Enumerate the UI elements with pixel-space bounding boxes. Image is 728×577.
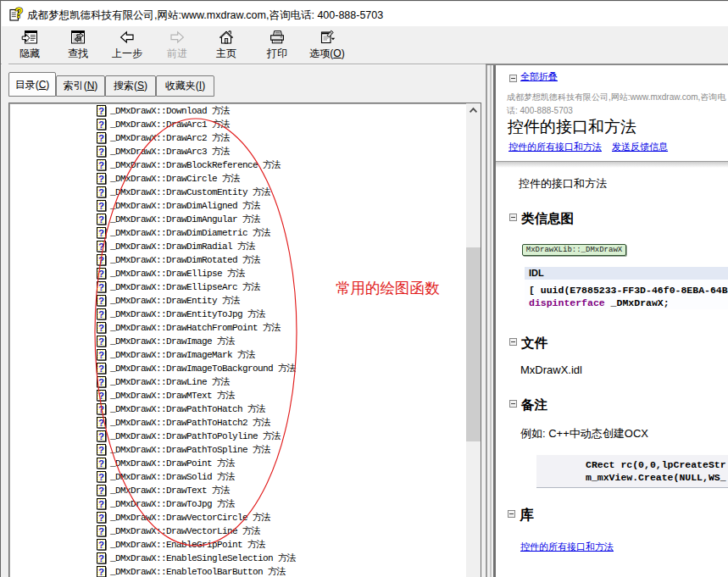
tree-item-label: _DMxDrawX::DrawEllipse 方法 <box>110 267 245 280</box>
forward-button: 前进 <box>149 28 205 64</box>
scrollbar-thumb[interactable] <box>466 247 481 441</box>
tree-item-label: _DMxDrawX::DrawEntity 方法 <box>110 294 240 308</box>
locate-button[interactable]: 查找 <box>50 28 106 64</box>
panel-splitter[interactable] <box>481 65 496 577</box>
tree-item[interactable]: _DMxDrawX::DrawPoint 方法 <box>9 457 467 470</box>
tree-item[interactable]: _DMxDrawX::DrawLine 方法 <box>9 375 467 389</box>
tree-item[interactable]: _DMxDrawX::DrawImageMark 方法 <box>9 348 467 362</box>
feedback-link[interactable]: 发送反馈信息 <box>612 141 668 152</box>
help-topic-icon <box>97 498 107 510</box>
tree-item[interactable]: _DMxDrawX::DrawEntity 方法 <box>9 294 467 308</box>
tree-item[interactable]: _DMxDrawX::DrawEllipse 方法 <box>9 267 467 280</box>
tree-item-label: _DMxDrawX::DrawImageMark 方法 <box>110 348 255 362</box>
tree-item-label: _DMxDrawX::DrawSolid 方法 <box>110 470 235 484</box>
scrollbar-up-icon[interactable] <box>466 103 481 118</box>
tree-item-label: _DMxDrawX::DrawToJpg 方法 <box>110 497 235 511</box>
tree-item[interactable]: _DMxDrawX::EnableSingleSelection 方法 <box>9 552 467 565</box>
help-topic-icon <box>97 132 107 144</box>
file-section-minus-icon[interactable] <box>509 338 517 346</box>
remarks-section-minus-icon[interactable] <box>509 400 517 408</box>
tree-item[interactable]: _DMxDrawX::DrawCustomEntity 方法 <box>9 186 467 199</box>
tree-item[interactable]: _DMxDrawX::DrawImageToBackground 方法 <box>9 362 467 375</box>
tree-item-label: _DMxDrawX::DrawVectorCircle 方法 <box>110 511 270 524</box>
idl-code-line1: [ uuid(E7885233-FF3D-46f0-8EBA-64BE <box>529 285 728 297</box>
tree-item-label: _DMxDrawX::DrawHatchFromPoint 方法 <box>110 321 281 335</box>
tree-item[interactable]: _DMxDrawX::EnableToolBarButton 方法 <box>9 565 467 577</box>
help-topic-icon <box>97 552 107 564</box>
tree-item-label: _DMxDrawX::EnableGripPoint 方法 <box>110 538 265 552</box>
tree-item[interactable]: _DMxDrawX::DrawDimRadial 方法 <box>9 240 467 253</box>
tree-item-label: _DMxDrawX::DrawPathToPolyline 方法 <box>110 430 281 443</box>
back-button[interactable]: 上一步 <box>99 28 155 64</box>
locate-icon <box>69 29 86 46</box>
print-button[interactable]: 打印 <box>249 28 305 64</box>
collapse-all-link[interactable]: 全部折叠 <box>520 70 558 83</box>
help-topic-icon <box>97 159 107 171</box>
tree-item[interactable]: _DMxDrawX::DrawCircle 方法 <box>9 172 467 186</box>
tree-item-label: _DMxDrawX::DrawText 方法 <box>110 484 230 497</box>
library-link[interactable]: 控件的所有接口和方法 <box>520 541 614 553</box>
tree-item[interactable]: _DMxDrawX::Download 方法 <box>9 104 467 118</box>
company-info-line1: 成都梦想凯德科技有限公司,网站:www.mxdraw.com,咨询电 <box>507 91 725 104</box>
tree-scrollbar[interactable] <box>466 103 481 577</box>
tree-item[interactable]: _DMxDrawX::DrawSolid 方法 <box>9 470 467 484</box>
tree-item[interactable]: _DMxDrawX::DrawVectorLine 方法 <box>9 524 467 538</box>
class-section-heading: 类信息图 <box>521 210 574 228</box>
help-topic-icon <box>97 146 107 158</box>
tree-item[interactable]: _DMxDrawX::DrawArc1 方法 <box>9 118 467 131</box>
collapse-all-minus-icon[interactable] <box>509 75 517 82</box>
options-button[interactable]: 选项(O) <box>299 28 355 64</box>
tab-favorites[interactable]: 收藏夹(I) <box>156 75 214 97</box>
tree-item[interactable]: _DMxDrawX::DrawBlockReference 方法 <box>9 158 467 172</box>
tree-item[interactable]: _DMxDrawX::DrawEntityToJpg 方法 <box>9 308 467 321</box>
home-button[interactable]: 主页 <box>198 28 254 64</box>
tree-item[interactable]: _DMxDrawX::DrawHatchFromPoint 方法 <box>9 321 467 335</box>
all-interfaces-link[interactable]: 控件的所有接口和方法 <box>508 141 602 152</box>
back-icon <box>119 29 136 46</box>
library-section-minus-icon[interactable] <box>508 510 515 518</box>
help-topic-icon <box>97 173 107 185</box>
tree-item-label: _DMxDrawX::DrawDimRadial 方法 <box>110 240 255 253</box>
tree-item[interactable]: _DMxDrawX::DrawText 方法 <box>9 484 467 497</box>
help-topic-icon <box>97 539 107 551</box>
tab-search[interactable]: 搜索(S) <box>105 75 156 97</box>
example-code-line2: m_mxView.Create(NULL,WS_ <box>586 471 728 484</box>
tree-item[interactable]: _DMxDrawX::DrawPathToSpline 方法 <box>9 443 467 457</box>
tree-item[interactable]: _DMxDrawX::DrawDimDiametric 方法 <box>9 226 467 240</box>
tree-item[interactable]: _DMxDrawX::DrawPathToHatch 方法 <box>9 402 467 416</box>
help-topic-icon <box>97 227 107 239</box>
help-topic-icon <box>97 186 107 198</box>
help-topic-icon <box>97 336 107 347</box>
tree-item-label: _DMxDrawX::EnableSingleSelection 方法 <box>110 552 296 565</box>
tree-item[interactable]: _DMxDrawX::DrawEllipseArc 方法 <box>9 280 467 294</box>
help-topic-icon <box>97 458 107 469</box>
tree-item[interactable]: _DMxDrawX::DrawMText 方法 <box>9 389 467 402</box>
tree-item[interactable]: _DMxDrawX::DrawArc3 方法 <box>9 145 467 158</box>
example-code-block: CRect rc(0,0,lpCreateStr m_mxView.Create… <box>536 455 728 488</box>
tree-item[interactable]: _DMxDrawX::DrawPathToPolyline 方法 <box>9 430 467 443</box>
company-info-line2: 话: 400-888-5703 <box>507 104 725 118</box>
tree-item-label: _DMxDrawX::DrawEllipseArc 方法 <box>110 280 260 294</box>
tree-item[interactable]: _DMxDrawX::DrawDimAngular 方法 <box>9 213 467 226</box>
tree-item[interactable]: _DMxDrawX::DrawImage 方法 <box>9 335 467 348</box>
help-topic-icon <box>97 200 107 212</box>
class-section-minus-icon[interactable] <box>509 214 517 221</box>
tree-item-label: _DMxDrawX::DrawMText 方法 <box>110 389 235 402</box>
forward-button-label: 前进 <box>149 47 205 61</box>
help-topic-icon <box>97 363 107 374</box>
tree-item[interactable]: _DMxDrawX::DrawArc2 方法 <box>9 131 467 145</box>
help-topic-icon <box>97 322 107 334</box>
tree-item[interactable]: _DMxDrawX::DrawToJpg 方法 <box>9 497 467 511</box>
file-name: MxDrawX.idl <box>520 363 582 376</box>
tree-item[interactable]: _DMxDrawX::DrawDimRotated 方法 <box>9 253 467 267</box>
tree-item[interactable]: _DMxDrawX::EnableGripPoint 方法 <box>9 538 467 552</box>
tree-item-label: _DMxDrawX::DrawLine 方法 <box>110 375 230 389</box>
tree-item[interactable]: _DMxDrawX::DrawPathToHatch2 方法 <box>9 416 467 430</box>
tree-item[interactable]: _DMxDrawX::DrawVectorCircle 方法 <box>9 511 467 524</box>
tab-contents[interactable]: 目录(C) <box>8 72 56 97</box>
tab-index[interactable]: 索引(N) <box>56 75 105 97</box>
forward-icon <box>169 29 186 46</box>
idl-keyword: dispinterface <box>529 297 605 308</box>
tree-item[interactable]: _DMxDrawX::DrawDimAligned 方法 <box>9 199 467 213</box>
help-topic-icon <box>97 566 107 577</box>
